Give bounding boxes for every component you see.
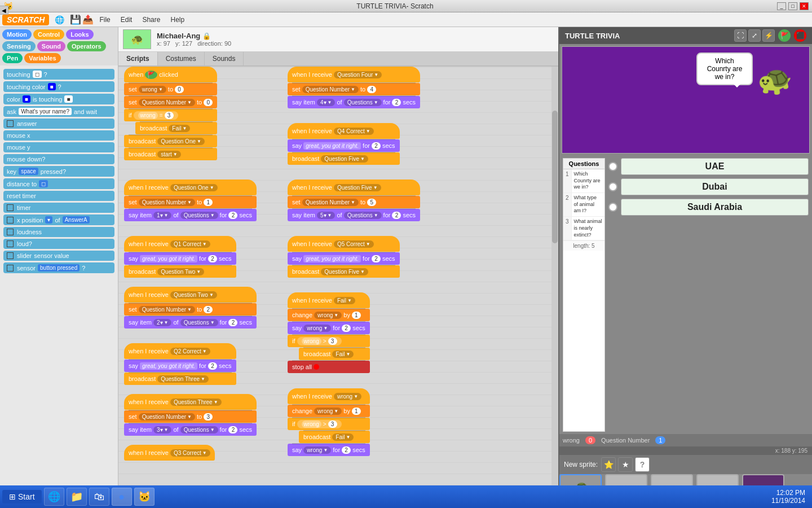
say-great-q5-block[interactable]: saygreat, you got it right.for2secs xyxy=(288,252,400,265)
say-q1-block[interactable]: say item1▾ofQuestionsfor2secs xyxy=(124,209,257,221)
stop-all-block[interactable]: stop all xyxy=(288,361,370,373)
change-wrong-block[interactable]: changewrongby1 xyxy=(288,309,370,321)
globe-icon[interactable]: 🌐 xyxy=(55,15,64,24)
cat-sensing[interactable]: Sensing xyxy=(2,41,36,51)
broadcast-q2-block[interactable]: broadcastQuestion Two xyxy=(124,265,236,278)
receive-q4-hat[interactable]: when I receiveQuestion Four xyxy=(288,67,420,82)
receive-q3correct-hat[interactable]: when I receiveQ3 Correct xyxy=(124,445,215,461)
cat-motion[interactable]: Motion xyxy=(2,29,32,40)
say-q5-block[interactable]: say item5▾ofQuestionsfor2secs xyxy=(288,209,420,221)
store-button[interactable]: 🛍 xyxy=(89,488,109,506)
block-ask[interactable]: askWhat's your name?and wait xyxy=(3,106,114,117)
block-color-touching[interactable]: color■is touching■ xyxy=(3,94,114,104)
receive-q5correct-hat[interactable]: when I receiveQ5 Correct xyxy=(288,236,400,252)
say-great-q2-block[interactable]: saygreat, you got it right.for2secs xyxy=(124,360,236,372)
broadcast-fail-block[interactable]: broadcastFail xyxy=(135,122,217,134)
block-key-pressed[interactable]: keyspacepressed? xyxy=(3,166,114,177)
block-distance[interactable]: distance to◻ xyxy=(3,178,114,189)
broadcast-q3-block[interactable]: broadcastQuestion Three xyxy=(124,373,236,385)
block-reset-timer[interactable]: reset timer xyxy=(3,191,114,201)
set-qnum-4-block[interactable]: setQuestion Numberto4 xyxy=(288,83,420,95)
zoom-icon[interactable]: ⤢ xyxy=(748,29,761,42)
receive-wrong-hat[interactable]: when I receivewrong xyxy=(288,388,370,404)
receive-q4correct-hat[interactable]: when I receiveQ4 Correct xyxy=(288,123,400,139)
broadcast-question-one-block[interactable]: broadcastQuestion One xyxy=(124,135,217,147)
block-loudness[interactable]: loudness xyxy=(3,227,114,237)
scripts-scrollbar[interactable] xyxy=(551,67,558,508)
start-button[interactable]: ⊞Start xyxy=(2,490,42,503)
new-sprite-paint[interactable]: ★ xyxy=(618,457,633,472)
save-icon[interactable]: 💾 xyxy=(70,14,81,25)
set-wrong-block[interactable]: setwrongto0 xyxy=(124,83,217,95)
scripts-area[interactable]: when 🚩 clicked setwrongto0 setQuestion N… xyxy=(118,67,558,508)
block-sensor[interactable]: sensorbutton pressed? xyxy=(3,262,114,273)
block-loud[interactable]: loud? xyxy=(3,239,114,249)
cat-sound[interactable]: Sound xyxy=(37,41,65,51)
say-wrong-block[interactable]: saywrongfor2secs xyxy=(288,322,370,334)
block-timer[interactable]: timer xyxy=(3,203,114,213)
cat-control[interactable]: Control xyxy=(33,29,64,40)
receive-q1correct-hat[interactable]: when I receiveQ1 Correct xyxy=(124,236,236,252)
scratch-button[interactable]: 🐱 xyxy=(134,488,155,506)
fullscreen-icon[interactable]: ⛶ xyxy=(734,29,747,42)
block-slider[interactable]: slidersensor value xyxy=(3,251,114,261)
say-q2-block[interactable]: say item2▾ofQuestionsfor2secs xyxy=(124,316,257,329)
broadcast-start-block[interactable]: broadcaststart xyxy=(124,148,217,160)
block-x-of[interactable]: x position▾ofAnswerA xyxy=(3,214,114,225)
menu-share[interactable]: Share xyxy=(138,14,165,25)
block-mouse-down[interactable]: mouse down? xyxy=(3,154,114,164)
answer-radio-2[interactable] xyxy=(608,182,617,191)
answer-btn-1[interactable]: UAE xyxy=(621,158,809,175)
receive-q2-hat[interactable]: when I receiveQuestion Two xyxy=(124,287,257,303)
say-q3-block[interactable]: say item3▾ofQuestionsfor2secs xyxy=(124,423,257,436)
block-touching[interactable]: touching◻? xyxy=(3,69,114,80)
tab-costumes[interactable]: Costumes xyxy=(158,52,205,65)
turbo-icon[interactable]: ⚡ xyxy=(762,29,775,42)
scripts-scrollbar-thumb[interactable] xyxy=(552,111,558,243)
if-wrong-3b-block[interactable]: ifwrong>3 xyxy=(288,418,370,430)
answer-radio-3[interactable] xyxy=(608,203,617,212)
when-clicked-hat[interactable]: when 🚩 clicked xyxy=(124,67,217,82)
menu-file[interactable]: File xyxy=(95,14,114,25)
cat-pen[interactable]: Pen xyxy=(2,53,23,63)
maximize-button[interactable]: □ xyxy=(788,2,797,10)
broadcast-fail2-block[interactable]: broadcastFail xyxy=(299,348,370,360)
if-block[interactable]: ifwrong=3 xyxy=(124,109,217,121)
cat-variables[interactable]: Variables xyxy=(24,53,60,63)
receive-q1-hat[interactable]: when I receiveQuestion One xyxy=(124,179,257,195)
stop-button[interactable]: ⬛ xyxy=(794,29,806,42)
set-question-number-block[interactable]: setQuestion Numberto0 xyxy=(124,96,217,108)
cat-looks[interactable]: Looks xyxy=(66,29,93,40)
say-wrong2-block[interactable]: saywrongfor2secs xyxy=(288,444,370,456)
receive-fail-hat[interactable]: when I receiveFail xyxy=(288,292,370,308)
block-answer[interactable]: answer xyxy=(3,119,114,129)
block-touching-color[interactable]: touching color■? xyxy=(3,81,114,92)
answer-radio-1[interactable] xyxy=(608,162,617,171)
broadcast-q5-block[interactable]: broadcastQuestion Five xyxy=(288,152,400,165)
close-button[interactable]: ✕ xyxy=(800,2,809,10)
tab-sounds[interactable]: Sounds xyxy=(205,52,244,65)
set-qnum-2-block[interactable]: setQuestion Numberto2 xyxy=(124,303,257,316)
change-wrong2-block[interactable]: changewrongby1 xyxy=(288,405,370,417)
broadcast-q5end-block[interactable]: broadcastQuestion Five xyxy=(288,265,400,278)
broadcast-fail3-block[interactable]: broadcastFail xyxy=(299,431,370,443)
menu-edit[interactable]: Edit xyxy=(116,14,137,25)
cat-operators[interactable]: Operators xyxy=(67,41,106,51)
if-wrong-3-block[interactable]: ifwrong>3 xyxy=(288,335,370,347)
tab-scripts[interactable]: Scripts xyxy=(118,52,158,65)
minimize-button[interactable]: _ xyxy=(777,2,786,10)
chrome-button[interactable]: ● xyxy=(112,488,132,506)
answer-btn-3[interactable]: Saudi Arabia xyxy=(621,199,809,216)
say-q4-block[interactable]: say item4▾ofQuestionsfor2secs xyxy=(288,96,420,108)
block-mouse-x[interactable]: mouse x xyxy=(3,130,114,141)
folder-button[interactable]: 📁 xyxy=(67,488,87,506)
receive-q5-hat[interactable]: when I receiveQuestion Five xyxy=(288,179,420,195)
say-great-q1-block[interactable]: saygreat, you got it right.for2secs xyxy=(124,252,236,265)
receive-q2correct-hat[interactable]: when I receiveQ2 Correct xyxy=(124,343,236,359)
block-mouse-y[interactable]: mouse y xyxy=(3,142,114,152)
set-qnum-1-block[interactable]: setQuestion Numberto1 xyxy=(124,196,257,208)
set-qnum-5-block[interactable]: setQuestion Numberto5 xyxy=(288,196,420,208)
green-flag-button[interactable]: 🚩 xyxy=(778,29,791,42)
menu-help[interactable]: Help xyxy=(166,14,189,25)
answer-btn-2[interactable]: Dubai xyxy=(621,178,809,195)
